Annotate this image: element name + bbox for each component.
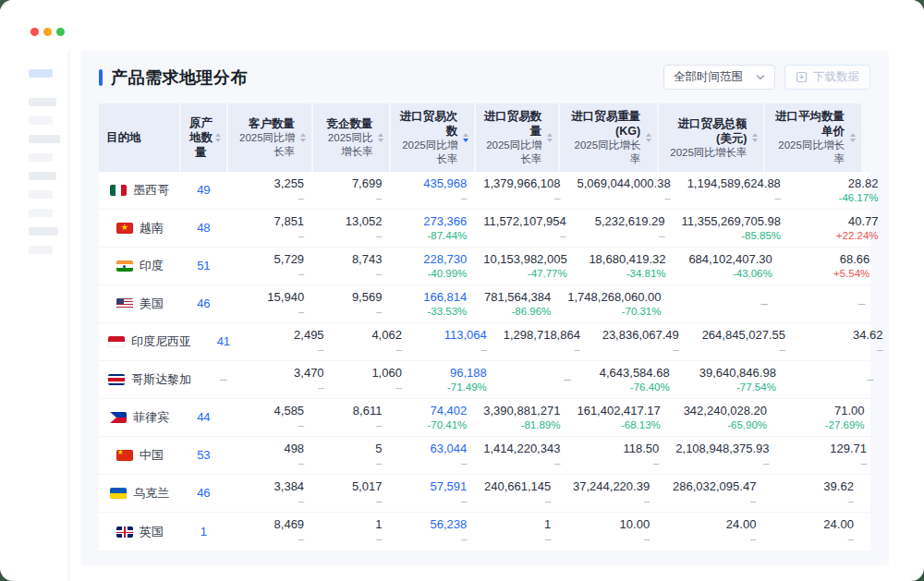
flag-india-icon [116,260,133,272]
sort-desc-icon[interactable] [547,139,553,142]
sort-asc-icon[interactable] [215,133,221,137]
table-row: 乌克兰463,384–5,017–57,591–240,661,145–37,2… [99,475,870,513]
trade_count-value[interactable]: 228,730 [398,252,467,267]
competitors-yoy-change: – [321,267,382,281]
trade_count-value[interactable]: 57,591 [398,479,467,494]
origin-count-value[interactable]: 41 [208,334,239,349]
origin-count-cell: 44 [181,399,229,436]
sort-desc-icon[interactable] [646,139,651,142]
origin-count-value[interactable]: 51 [188,259,220,273]
column-title: 进口贸易总额(美元) [666,116,747,146]
origin-count-value[interactable]: 48 [188,221,220,236]
sort-carets-icon[interactable] [215,133,221,142]
weight-cell: 1,748,268,060.00-70.31% [560,285,670,322]
column-header-total[interactable]: 进口贸易总额(美元)2025同比增长率 [659,103,765,172]
origin-count-value[interactable]: 1 [188,525,220,539]
sort-asc-icon[interactable] [646,133,651,137]
trade_count-cell: 228,730-40.99% [391,248,476,284]
sort-carets-icon[interactable] [463,133,468,142]
window-minimize-button[interactable] [43,28,52,36]
origin-count-value[interactable]: 53 [188,448,220,463]
quantity-cell: 1,298,718,864– [496,323,590,360]
time-range-dropdown[interactable]: 全部时间范围 [663,65,775,90]
sidebar-item-9[interactable] [29,227,58,236]
sidebar-item-10[interactable] [29,246,53,254]
window-close-button[interactable] [30,28,39,36]
sidebar-item-7[interactable] [29,190,53,199]
customers-cell: 15,940– [228,285,313,322]
window-maximize-button[interactable] [56,28,65,36]
sort-desc-icon[interactable] [300,139,306,142]
total-value: 39,640,846.98 [687,366,776,381]
column-subtitle: 2025同比增长率 [236,131,295,159]
sort-carets-icon[interactable] [752,133,758,142]
origin-count-value[interactable]: 46 [188,486,220,501]
quantity-value: – [504,372,571,387]
origin-count-value[interactable]: 44 [188,410,220,425]
trade_count-value[interactable]: 56,238 [398,517,467,532]
column-subtitle: 2025同比增长率 [567,139,640,166]
sort-asc-icon[interactable] [547,133,553,137]
total-yoy-change: – [675,456,769,470]
sidebar-item-1[interactable] [29,69,53,78]
column-header-competitors[interactable]: 竞企数量2025同比增长率 [313,103,391,172]
column-header-trade_count[interactable]: 进口贸易次数2025同比增长率 [391,103,476,172]
competitors-yoy-change: – [321,532,382,546]
sort-carets-icon[interactable] [646,133,651,142]
sort-desc-icon[interactable] [463,139,468,142]
column-header-weight[interactable]: 进口贸易重量(KG)2025同比增长率 [560,103,659,172]
destination-cell: 中国 [99,437,181,474]
trade_count-value[interactable]: 113,064 [419,328,487,343]
sort-asc-icon[interactable] [850,133,856,137]
trade_count-value[interactable]: 273,366 [398,214,467,229]
destination-cell: 菲律宾 [99,399,181,436]
trade_count-value[interactable]: 166,814 [398,290,467,305]
sort-asc-icon[interactable] [463,133,468,137]
country-label: 英国 [140,524,164,540]
origin-count-value[interactable]: 49 [188,183,220,198]
column-header-origin[interactable]: 原产地数量 [181,103,229,172]
sort-desc-icon[interactable] [215,139,221,142]
sidebar-item-2[interactable] [29,98,56,106]
competitors-value: 13,052 [321,214,382,229]
competitors-yoy-change: – [321,494,382,508]
avg_price-cell: 39.62– [765,475,861,512]
sort-carets-icon[interactable] [850,133,856,142]
column-header-customers[interactable]: 客户数量2025同比增长率 [228,103,313,172]
weight-value: 5,232,619.29 [583,214,665,229]
sidebar-item-4[interactable] [29,135,60,143]
column-title: 进口贸易数量 [483,109,541,139]
sort-asc-icon[interactable] [752,133,758,137]
sidebar-item-8[interactable] [29,209,53,217]
sort-desc-icon[interactable] [752,139,758,142]
table-row: 印度515,729–8,743–228,730-40.99%10,153,982… [99,248,870,285]
trade_count-value[interactable]: 96,188 [419,366,487,381]
trade_count-yoy-change: -87.44% [398,229,467,243]
origin-count-cell: 51 [181,248,229,284]
column-header-quantity[interactable]: 进口贸易数量2025同比增长率 [476,103,560,172]
total-cell: – [671,285,777,322]
origin-count-value[interactable]: 46 [188,297,220,311]
download-data-button[interactable]: 下载数据 [784,65,870,90]
customers-value: 15,940 [236,290,304,305]
customers-yoy-change: – [256,381,324,394]
origin-count-cell: 41 [201,323,249,360]
sidebar-item-3[interactable] [29,116,53,125]
total-value: 11,355,269,705.98 [682,214,781,229]
avg_price-cell: 24.00– [765,513,861,551]
sidebar-item-6[interactable] [29,172,56,180]
sort-carets-icon[interactable] [378,133,383,142]
sort-carets-icon[interactable] [547,133,553,142]
sort-asc-icon[interactable] [378,133,383,137]
sort-desc-icon[interactable] [378,139,383,142]
trade_count-value[interactable]: 63,044 [398,442,467,456]
trade_count-value[interactable]: 435,968 [398,176,467,191]
column-header-avg_price[interactable]: 进口平均数量单价2025同比增长率 [765,103,861,172]
quantity-yoy-change: -86.96% [483,305,551,319]
quantity-value: 1,298,718,864 [504,328,580,343]
sort-asc-icon[interactable] [300,133,306,137]
sort-desc-icon[interactable] [850,139,856,142]
trade_count-value[interactable]: 74,402 [398,404,467,418]
sidebar-item-5[interactable] [29,153,53,162]
sort-carets-icon[interactable] [300,133,306,142]
